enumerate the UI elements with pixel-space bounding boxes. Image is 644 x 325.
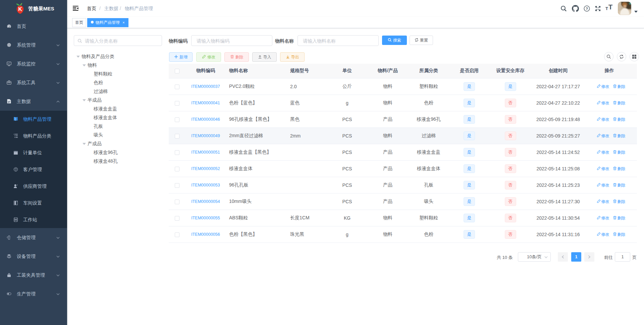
svg-text:K: K [18,6,22,12]
svg-text:?: ? [586,7,588,11]
